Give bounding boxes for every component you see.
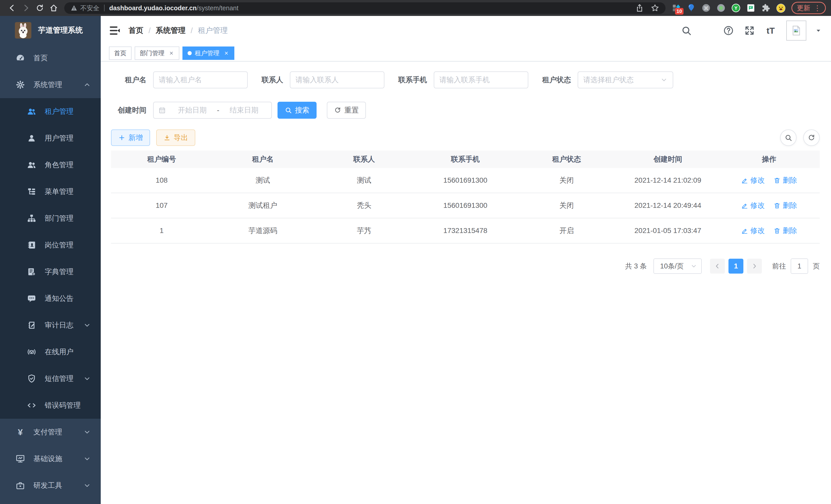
create-time-label: 创建时间 bbox=[111, 105, 146, 115]
tab-dept-management[interactable]: 部门管理 bbox=[135, 47, 179, 60]
delete-link[interactable]: 删除 bbox=[773, 175, 797, 185]
sidebar-item-system-management[interactable]: 系统管理 bbox=[0, 71, 101, 98]
share-icon[interactable] bbox=[635, 4, 644, 12]
sidebar-item-error-code-management[interactable]: 错误码管理 bbox=[0, 392, 101, 419]
extension-chat-icon[interactable] bbox=[746, 3, 755, 12]
reset-button-label: 重置 bbox=[344, 105, 359, 115]
tenant-name-input[interactable] bbox=[153, 71, 248, 88]
sidebar-item-label: 错误码管理 bbox=[45, 401, 81, 410]
tenant-name-cell: 芋道源码 bbox=[212, 226, 314, 236]
app-logo-row[interactable]: 芋道管理系统 bbox=[0, 16, 101, 45]
sidebar-item-post-management[interactable]: 岗位管理 bbox=[0, 232, 101, 259]
search-button[interactable]: 搜索 bbox=[278, 102, 317, 119]
url-text: dashboard.yudao.iocoder.cn/system/tenant bbox=[109, 4, 238, 12]
contact-name-cell: 芋艿 bbox=[314, 226, 415, 236]
edit-link[interactable]: 修改 bbox=[741, 226, 765, 236]
sidebar-item-sms-management[interactable]: 短信管理 bbox=[0, 365, 101, 392]
url-path: /system/tenant bbox=[197, 4, 238, 11]
github-icon[interactable] bbox=[702, 25, 713, 36]
create-time-range-picker[interactable]: 开始日期 - 结束日期 bbox=[153, 102, 272, 119]
export-button-label: 导出 bbox=[174, 133, 188, 143]
column-header: 操作 bbox=[718, 154, 820, 164]
security-label: 不安全 bbox=[80, 4, 99, 12]
extension-tiles-icon[interactable]: 10 bbox=[672, 3, 681, 12]
filter-status: 租户状态 请选择租户状态 bbox=[542, 71, 673, 88]
sidebar-item-label: 基础设施 bbox=[33, 454, 62, 464]
sidebar-item-label: 在线用户 bbox=[45, 347, 74, 357]
sidebar-item-dev-tools[interactable]: 研发工具 bbox=[0, 472, 101, 499]
extension-command-icon[interactable]: ⌘ bbox=[701, 3, 711, 12]
tab-tenant-management[interactable]: 租户管理 bbox=[182, 47, 234, 60]
toggle-search-button[interactable] bbox=[780, 129, 797, 146]
contact-input[interactable] bbox=[290, 71, 384, 88]
prev-page-button[interactable] bbox=[710, 259, 725, 274]
sidebar-item-tenant-management[interactable]: 租户管理 bbox=[0, 98, 101, 125]
export-button[interactable]: 导出 bbox=[156, 129, 195, 146]
end-date-placeholder[interactable]: 结束日期 bbox=[222, 105, 267, 115]
extension-y-icon[interactable]: Y bbox=[731, 3, 741, 12]
tab-close-icon[interactable] bbox=[224, 50, 229, 56]
tab-home[interactable]: 首页 bbox=[109, 47, 132, 60]
plus-icon bbox=[118, 134, 125, 141]
status-label: 租户状态 bbox=[542, 75, 571, 85]
browser-back-button[interactable] bbox=[5, 1, 19, 15]
user-avatar[interactable] bbox=[786, 21, 806, 40]
breadcrumb-system[interactable]: 系统管理 bbox=[156, 25, 185, 36]
add-button[interactable]: 新增 bbox=[111, 129, 150, 146]
app-logo bbox=[15, 22, 31, 38]
chevron-down-icon bbox=[83, 482, 91, 490]
browser-forward-button[interactable] bbox=[19, 1, 33, 15]
avatar-caret-down-icon[interactable] bbox=[815, 27, 822, 34]
sidebar-item-label: 研发工具 bbox=[33, 481, 62, 491]
sidebar-item-dict-management[interactable]: 字典管理 bbox=[0, 259, 101, 285]
edit-link[interactable]: 修改 bbox=[741, 201, 765, 210]
header-search-icon[interactable] bbox=[681, 25, 692, 36]
delete-link[interactable]: 删除 bbox=[773, 201, 797, 210]
phone-input[interactable] bbox=[434, 71, 528, 88]
page-number-1[interactable]: 1 bbox=[728, 259, 743, 274]
status-select[interactable]: 请选择租户状态 bbox=[578, 71, 673, 88]
browser-home-button[interactable] bbox=[47, 1, 61, 15]
goto-page-input[interactable] bbox=[791, 259, 808, 274]
breadcrumb-home[interactable]: 首页 bbox=[128, 25, 143, 36]
next-page-button[interactable] bbox=[747, 259, 762, 274]
sidebar-item-label: 通知公告 bbox=[45, 294, 74, 303]
address-bar[interactable]: 不安全 dashboard.yudao.iocoder.cn/system/te… bbox=[64, 2, 665, 14]
sidebar-item-user-management[interactable]: 用户管理 bbox=[0, 125, 101, 152]
sidebar-item-payment-management[interactable]: ¥支付管理 bbox=[0, 419, 101, 445]
extensions-puzzle-icon[interactable] bbox=[761, 3, 770, 12]
sidebar-item-menu-management[interactable]: 菜单管理 bbox=[0, 178, 101, 205]
sidebar-collapse-icon[interactable] bbox=[109, 25, 121, 36]
forward-icon bbox=[22, 4, 30, 12]
browser-update-button[interactable]: 更新 ⋮ bbox=[792, 2, 826, 14]
table-header-row: 租户编号租户名联系人联系手机租户状态创建时间操作 bbox=[111, 151, 820, 168]
sidebar-item-home[interactable]: 首页 bbox=[0, 45, 101, 71]
sidebar-item-dept-management[interactable]: 部门管理 bbox=[0, 205, 101, 232]
svg-text:Y: Y bbox=[735, 6, 738, 11]
sidebar-item-infrastructure[interactable]: 基础设施 bbox=[0, 445, 101, 472]
edit-link[interactable]: 修改 bbox=[741, 175, 765, 185]
reset-button[interactable]: 重置 bbox=[327, 102, 366, 119]
tenant-users-icon bbox=[27, 107, 36, 116]
balloon-icon bbox=[687, 3, 696, 12]
fullscreen-icon[interactable] bbox=[744, 25, 755, 36]
browser-profile-avatar[interactable] bbox=[776, 3, 785, 12]
extension-balloon-icon[interactable] bbox=[687, 3, 696, 12]
extension-record-icon[interactable] bbox=[716, 3, 726, 12]
browser-menu-dots-icon[interactable]: ⋮ bbox=[814, 4, 821, 12]
refresh-table-button[interactable] bbox=[803, 129, 820, 146]
bookmark-star-icon[interactable] bbox=[651, 4, 659, 12]
start-date-placeholder[interactable]: 开始日期 bbox=[170, 105, 215, 115]
page-size-select[interactable]: 10条/页 bbox=[654, 259, 702, 274]
delete-link[interactable]: 删除 bbox=[773, 226, 797, 236]
sidebar-item-notice-announcement[interactable]: 通知公告 bbox=[0, 285, 101, 312]
sidebar-item-audit-log[interactable]: 审计日志 bbox=[0, 312, 101, 338]
help-icon[interactable] bbox=[723, 25, 734, 36]
tab-close-icon[interactable] bbox=[169, 50, 174, 56]
sidebar-item-online-users[interactable]: 在线用户 bbox=[0, 338, 101, 365]
font-size-icon[interactable]: tT bbox=[765, 25, 776, 36]
sidebar-item-label: 用户管理 bbox=[45, 133, 74, 143]
url-host: dashboard.yudao.iocoder.cn bbox=[109, 4, 197, 11]
sidebar-item-role-management[interactable]: 角色管理 bbox=[0, 152, 101, 178]
browser-reload-button[interactable] bbox=[33, 1, 47, 15]
